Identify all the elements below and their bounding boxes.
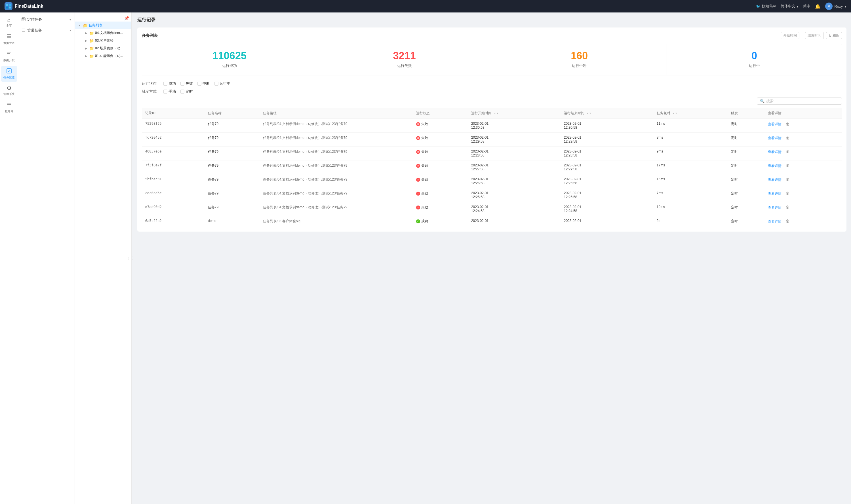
sidebar-item-zhiniao[interactable]: 数知鸟 bbox=[1, 100, 17, 116]
stat-failed: 3211 运行失败 bbox=[317, 44, 492, 75]
status-badge: ✕ 失败 bbox=[416, 177, 428, 182]
trigger-manual-checkbox[interactable]: 手动 bbox=[163, 89, 176, 94]
task-panel: 任务列表 开始时间 - 结束时间 ↻ 刷新 bbox=[137, 28, 847, 232]
tree-root-item[interactable]: ▼ 📁 任务列表 bbox=[75, 21, 131, 29]
task-panel-header: 任务列表 开始时间 - 结束时间 ↻ 刷新 bbox=[142, 32, 842, 39]
col-end-time[interactable]: 运行结束时间 ▲▼ bbox=[560, 108, 653, 119]
cell-run-status: ✕ 失败 bbox=[413, 119, 468, 133]
menu-item-scheduled[interactable]: 定时任务 ▾ bbox=[18, 15, 75, 24]
detail-link[interactable]: 查看详情 bbox=[768, 122, 782, 126]
nav-right: 🐦 数知鸟AI 简体中文 ▾ 简中 🔔 R Roxy ▾ bbox=[756, 3, 847, 10]
search-wrapper: 🔍 bbox=[757, 97, 842, 105]
notification-bell[interactable]: 🔔 bbox=[815, 4, 821, 9]
cell-trigger: 定时 bbox=[728, 147, 764, 160]
logo-icon bbox=[4, 2, 13, 10]
detail-link[interactable]: 查看详情 bbox=[768, 178, 782, 182]
cell-end-time: 2023-02-01 12:30:58 bbox=[560, 119, 653, 133]
ai-button[interactable]: 🐦 数知鸟AI bbox=[756, 4, 776, 9]
svg-rect-21 bbox=[22, 30, 25, 30]
page-title: 运行记录 bbox=[137, 17, 847, 23]
detail-link[interactable]: 查看详情 bbox=[768, 205, 782, 210]
trigger-checkbox-group: 手动 定时 bbox=[163, 89, 193, 94]
pipeline-icon bbox=[6, 33, 12, 40]
simple-button[interactable]: 简中 bbox=[803, 4, 811, 9]
end-time-input[interactable]: 结束时间 bbox=[805, 32, 824, 39]
cell-task-name: 任务79 bbox=[205, 202, 260, 216]
detail-link[interactable]: 查看详情 bbox=[768, 136, 782, 140]
svg-rect-16 bbox=[24, 18, 25, 18]
table-row: 5bfbec31 任务79 任务列表/04.文档示例demo（劝修改）/测试/1… bbox=[142, 174, 842, 188]
menu-item-pipeline[interactable]: 管道任务 ▾ bbox=[18, 25, 75, 35]
start-time-input[interactable]: 开始时间 bbox=[781, 32, 799, 39]
checkbox-box bbox=[180, 90, 185, 93]
tree-item-doc-demo[interactable]: ▶ 📁 04.文档示例dem... bbox=[82, 29, 131, 37]
status-text: 失败 bbox=[421, 136, 428, 140]
status-failed-checkbox[interactable]: 失败 bbox=[180, 81, 193, 86]
pin-icon[interactable]: 📌 bbox=[124, 16, 129, 20]
delete-button[interactable]: 🗑 bbox=[786, 205, 790, 210]
delete-button[interactable]: 🗑 bbox=[786, 122, 790, 126]
cell-duration: 8ms bbox=[653, 133, 728, 147]
tree-item-scenario[interactable]: ▶ 📁 02.场景案例（劝... bbox=[82, 44, 131, 52]
delete-button[interactable]: 🗑 bbox=[786, 163, 790, 168]
delete-button[interactable]: 🗑 bbox=[786, 149, 790, 154]
folder-icon: 📁 bbox=[83, 23, 88, 28]
status-badge: ✕ 失败 bbox=[416, 122, 428, 126]
cell-record-id: 7f3f0e7f bbox=[142, 160, 205, 174]
tree-resize-handle[interactable]: ⋮⋮ bbox=[127, 257, 132, 260]
delete-button[interactable]: 🗑 bbox=[786, 219, 790, 223]
status-text: 失败 bbox=[421, 149, 428, 154]
table-row: 40857e6e 任务79 任务列表/04.文档示例demo（劝修改）/测试/1… bbox=[142, 147, 842, 160]
sidebar-item-home[interactable]: ⌂ 主页 bbox=[1, 15, 17, 30]
user-menu[interactable]: R Roxy ▾ bbox=[825, 3, 847, 10]
cell-task-name: demo bbox=[205, 216, 260, 227]
tree-item-customer[interactable]: ▶ 📁 03.客户体验 bbox=[82, 37, 131, 44]
cell-end-time: 2023-02-01 12:26:58 bbox=[560, 174, 653, 188]
cell-end-time: 2023-02-01 12:28:58 bbox=[560, 147, 653, 160]
detail-link[interactable]: 查看详情 bbox=[768, 150, 782, 154]
cell-start-time: 2023-02-01 12:26:58 bbox=[468, 174, 560, 188]
cell-task-name: 任务79 bbox=[205, 174, 260, 188]
cell-actions: 查看详情 🗑 bbox=[764, 133, 842, 147]
menu-group-scheduled: 定时任务 ▾ bbox=[18, 15, 75, 24]
col-duration[interactable]: 任务耗时 ▲▼ bbox=[653, 108, 728, 119]
detail-link[interactable]: 查看详情 bbox=[768, 219, 782, 223]
delete-button[interactable]: 🗑 bbox=[786, 177, 790, 182]
col-start-time[interactable]: 运行开始时间 ▲▼ bbox=[468, 108, 560, 119]
running-count: 0 bbox=[751, 51, 757, 61]
search-input[interactable] bbox=[766, 99, 839, 103]
sidebar-item-manage[interactable]: ⚙ 管理系统 bbox=[1, 83, 17, 98]
svg-rect-13 bbox=[7, 106, 11, 106]
detail-link[interactable]: 查看详情 bbox=[768, 164, 782, 168]
status-interrupted-checkbox[interactable]: 中断 bbox=[197, 81, 210, 86]
sidebar-item-data-dev[interactable]: 数据开发 bbox=[1, 49, 17, 65]
cell-record-id: cdc0ad6c bbox=[142, 188, 205, 202]
checkbox-box bbox=[163, 82, 167, 86]
cell-start-time: 2023-02-01 bbox=[468, 216, 560, 227]
status-success-checkbox[interactable]: 成功 bbox=[163, 81, 176, 86]
delete-button[interactable]: 🗑 bbox=[786, 191, 790, 196]
cell-start-time: 2023-02-01 12:29:58 bbox=[468, 133, 560, 147]
success-label: 运行成功 bbox=[222, 63, 237, 68]
pipeline-menu-icon bbox=[21, 28, 25, 33]
svg-rect-20 bbox=[22, 29, 25, 29]
refresh-button[interactable]: ↻ 刷新 bbox=[826, 32, 842, 39]
tree-item-feature[interactable]: ▶ 📁 01.功能示例（劝... bbox=[82, 52, 131, 60]
trigger-scheduled-checkbox[interactable]: 定时 bbox=[180, 89, 193, 94]
sidebar-item-task-ops[interactable]: 任务运维 bbox=[1, 66, 17, 82]
cell-record-id: 75298f35 bbox=[142, 119, 205, 133]
sidebar-item-data-pipeline[interactable]: 数据管道 bbox=[1, 31, 17, 47]
detail-link[interactable]: 查看详情 bbox=[768, 192, 782, 196]
status-running-checkbox[interactable]: 运行中 bbox=[214, 81, 231, 86]
cell-task-name: 任务79 bbox=[205, 188, 260, 202]
cell-actions: 查看详情 🗑 bbox=[764, 188, 842, 202]
app-logo[interactable]: FineDataLink bbox=[4, 2, 43, 10]
cell-trigger: 定时 bbox=[728, 202, 764, 216]
table-row: 75298f35 任务79 任务列表/04.文档示例demo（劝修改）/测试/1… bbox=[142, 119, 842, 133]
language-button[interactable]: 简体中文 ▾ bbox=[781, 4, 799, 9]
status-filter-label: 运行状态 bbox=[142, 81, 159, 86]
gear-icon: ⚙ bbox=[6, 85, 12, 91]
table-row: 6a5c22a2 demo 任务列表/03.客户体验/xg ✓ 成功 2023-… bbox=[142, 216, 842, 227]
delete-button[interactable]: 🗑 bbox=[786, 136, 790, 140]
status-badge: ✓ 成功 bbox=[416, 219, 428, 224]
